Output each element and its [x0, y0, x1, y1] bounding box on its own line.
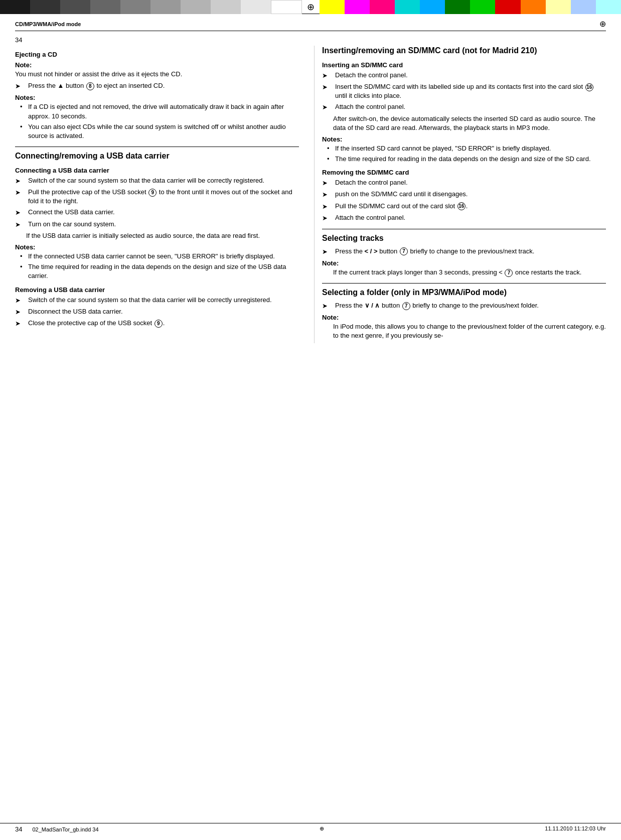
swatch-green3 — [470, 0, 495, 14]
arrow-icon-eject: ➤ — [15, 82, 26, 91]
footer-date: 11.11.2010 11:12:03 Uhr — [545, 825, 606, 833]
usb-num-9b: 9 — [154, 320, 163, 328]
swatch-5 — [120, 0, 150, 14]
arrow-icon-sdr2: ➤ — [322, 190, 333, 199]
swatch-lightblue — [571, 0, 596, 14]
sdmmc-note-bullet-1: • If the inserted SD card cannot be play… — [322, 144, 606, 153]
sdmmc-note-bullet-2: • The time required for reading in the d… — [322, 155, 606, 164]
usb-step-2: ➤ Pull the protective cap of the USB soc… — [15, 188, 299, 206]
eject-press-text: Press the ▲ button 8 to eject an inserte… — [28, 81, 299, 90]
sdmmc-notes-label: Notes: — [322, 135, 606, 143]
usb-step-text-3: Connect the USB data carrier. — [28, 208, 299, 217]
usb-step-1: ➤ Switch of the car sound system so that… — [15, 176, 299, 186]
usb-note-bullet-1: • If the connected USB data carrier cann… — [15, 252, 299, 261]
swatch-3 — [60, 0, 90, 14]
eject-press-item: ➤ Press the ▲ button 8 to eject an inser… — [15, 81, 299, 91]
eject-cd-section: Ejecting a CD Note: You must not hinder … — [15, 51, 299, 141]
swatch-6 — [150, 0, 181, 14]
tracks-num-7: 7 — [400, 247, 408, 255]
bullet-dot-usb-2: • — [20, 262, 26, 271]
swatch-1 — [0, 0, 30, 14]
sdmmc-step-text-1: Detach the control panel. — [335, 71, 606, 80]
bullet-dot-1: • — [20, 102, 26, 111]
swatch-9 — [241, 0, 271, 14]
folder-note-text: In iPod mode, this allows you to change … — [333, 322, 606, 340]
eject-button-num: 8 — [86, 82, 94, 90]
swatch-blue2 — [420, 0, 445, 14]
select-tracks-step-1: ➤ Press the < / > button 7 briefly to ch… — [322, 247, 606, 256]
select-tracks-section: Selecting tracks ➤ Press the < / > butto… — [322, 233, 606, 277]
swatch-yellow — [320, 0, 345, 14]
tracks-note-num: 7 — [505, 269, 513, 277]
swatch-orange — [521, 0, 546, 14]
swatch-8 — [211, 0, 241, 14]
footer-crosshair: ⊕ — [320, 825, 324, 833]
arrow-icon-sdr3: ➤ — [322, 202, 333, 211]
usb-remove-text-3: Close the protective cap of the USB sock… — [28, 319, 299, 328]
sdmmc-section: Inserting/removing an SD/MMC card (not f… — [322, 46, 606, 223]
bullet-dot-usb-1: • — [20, 252, 26, 261]
usb-connect-heading: Connecting a USB data carrier — [15, 167, 299, 174]
divider-3 — [322, 283, 606, 284]
footer-left: 34 02_MadSanTor_gb.indd 34 — [15, 825, 99, 833]
usb-num-9a: 9 — [148, 189, 157, 197]
arrow-icon-r2: ➤ — [15, 308, 26, 317]
sd-num-16b: 16 — [457, 202, 465, 210]
arrow-icon-2: ➤ — [15, 188, 26, 197]
sdmmc-remove-text-1: Detach the control panel. — [335, 178, 606, 187]
eject-symbol: ▲ — [58, 82, 64, 89]
prev-next-sym: < / > — [365, 247, 378, 255]
sdmmc-note-text-1: If the inserted SD card cannot be played… — [335, 144, 606, 153]
arrow-icon-4: ➤ — [15, 220, 26, 229]
arrow-icon-3: ➤ — [15, 208, 26, 217]
sdmmc-remove-4: ➤ Attach the control panel. — [322, 213, 606, 223]
folder-note-label: Note: — [322, 314, 606, 321]
sd-num-16a: 16 — [585, 83, 593, 91]
crosshair-top-center: ⊕ — [302, 0, 320, 14]
usb-note-text-1: If the connected USB data carrier cannot… — [28, 252, 299, 261]
swatch-green2 — [445, 0, 470, 14]
sdmmc-para-1: After switch-on, the device automaticall… — [333, 114, 606, 132]
swatch-lightyellow — [546, 0, 571, 14]
sdmmc-remove-text-2: push on the SD/MMC card until it disenga… — [335, 190, 606, 199]
select-folder-section: Selecting a folder (only in MP3/WMA/iPod… — [322, 288, 606, 340]
sdmmc-insert-heading: Inserting an SD/MMC card — [322, 61, 606, 69]
usb-remove-step-2: ➤ Disconnect the USB data carrier. — [15, 307, 299, 317]
arrow-icon-sf1: ➤ — [322, 302, 333, 311]
swatch-4 — [90, 0, 120, 14]
swatch-magenta — [345, 0, 370, 14]
eject-bullet-text-1: If a CD is ejected and not removed, the … — [28, 102, 299, 120]
sdmmc-remove-2: ➤ push on the SD/MMC card until it disen… — [322, 190, 606, 199]
arrow-icon-sd1: ➤ — [322, 71, 333, 80]
tracks-note-label: Note: — [322, 259, 606, 267]
sdmmc-step-1: ➤ Detach the control panel. — [322, 71, 606, 80]
swatch-10 — [271, 0, 302, 14]
usb-section: Connecting/removing a USB data carrier C… — [15, 151, 299, 328]
main-content: Ejecting a CD Note: You must not hinder … — [15, 46, 606, 343]
color-bar: ⊕ — [0, 0, 621, 14]
usb-step-3: ➤ Connect the USB data carrier. — [15, 208, 299, 217]
sdmmc-heading: Inserting/removing an SD/MMC card (not f… — [322, 46, 606, 56]
select-folder-text-1: Press the ∨ / ∧ button 7 briefly to chan… — [335, 301, 606, 310]
eject-bullet-2: • You can also eject CDs while the car s… — [15, 122, 299, 141]
eject-note-label: Note: — [15, 61, 299, 69]
eject-bullet-1: • If a CD is ejected and not removed, th… — [15, 102, 299, 120]
sdmmc-step-text-3: Attach the control panel. — [335, 102, 606, 111]
footer-page-num: 34 — [15, 825, 22, 833]
color-bar-left — [0, 0, 302, 14]
page-header: CD/MP3/WMA/iPod mode ⊕ — [15, 19, 606, 31]
arrow-icon-sd2: ➤ — [322, 83, 333, 92]
arrow-icon-r1: ➤ — [15, 296, 26, 305]
usb-remove-step-1: ➤ Switch of the car sound system so that… — [15, 296, 299, 305]
sdmmc-step-2: ➤ Insert the SD/MMC card with its labell… — [322, 82, 606, 100]
usb-remove-heading: Removing a USB data carrier — [15, 286, 299, 294]
tracks-note-text: If the current track plays longer than 3… — [333, 268, 606, 277]
swatch-cyan2 — [395, 0, 420, 14]
sdmmc-step-text-2: Insert the SD/MMC card with its labelled… — [335, 82, 606, 100]
usb-step-text-1: Switch of the car sound system so that t… — [28, 176, 299, 185]
sdmmc-note-text-2: The time required for reading in the dat… — [335, 155, 606, 164]
folder-num-7: 7 — [402, 302, 410, 310]
select-tracks-heading: Selecting tracks — [322, 233, 606, 244]
eject-note-text: You must not hinder or assist the drive … — [15, 70, 299, 79]
swatch-pink — [370, 0, 395, 14]
